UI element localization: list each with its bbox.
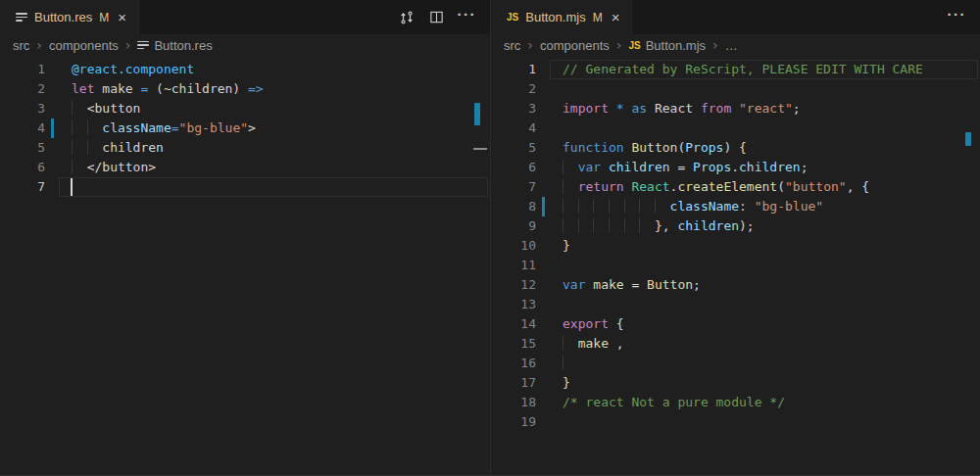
line-number: 7 bbox=[491, 177, 536, 197]
code-line: 18/* react Not a pure module */ bbox=[491, 393, 980, 412]
code-text: children bbox=[72, 138, 164, 158]
indent-guide bbox=[72, 140, 87, 155]
code-line: 10} bbox=[491, 236, 980, 256]
close-icon[interactable]: × bbox=[118, 10, 126, 24]
code-line: 14export { bbox=[491, 314, 980, 334]
token-control: import bbox=[563, 101, 616, 116]
line-number: 6 bbox=[491, 158, 536, 177]
line-number: 3 bbox=[491, 99, 536, 119]
modified-badge: M bbox=[593, 11, 603, 24]
token-plain: children bbox=[102, 140, 164, 155]
token-plain: , { bbox=[847, 179, 869, 194]
more-actions-icon[interactable]: ··· bbox=[458, 7, 477, 27]
line-number: 17 bbox=[491, 373, 536, 393]
chevron-right-icon: › bbox=[712, 37, 718, 53]
code-editor-res[interactable]: 1@react.component2let make = (~children)… bbox=[0, 56, 490, 476]
chevron-right-icon: › bbox=[36, 37, 42, 53]
token-func: Button bbox=[631, 140, 677, 155]
code-line: 2 bbox=[491, 79, 980, 99]
token-func: make bbox=[578, 336, 609, 351]
code-line: 16 bbox=[491, 354, 980, 373]
overview-cursor-decoration bbox=[473, 148, 487, 150]
breadcrumb-item[interactable]: src bbox=[13, 38, 29, 53]
line-number: 2 bbox=[0, 79, 45, 99]
code-text: var children = Props.children; bbox=[563, 158, 808, 177]
token-plain: ; bbox=[801, 160, 808, 174]
line-number: 1 bbox=[491, 60, 536, 79]
token-plain: , bbox=[609, 336, 624, 351]
line-number: 8 bbox=[491, 197, 536, 216]
breadcrumb-label: src bbox=[504, 38, 520, 53]
line-number: 19 bbox=[491, 412, 536, 432]
code-text: </button> bbox=[72, 158, 156, 177]
breadcrumb-item[interactable]: JSButton.mjs bbox=[628, 38, 706, 53]
code-editor-mjs[interactable]: 1// Generated by ReScript, PLEASE EDIT W… bbox=[491, 56, 980, 476]
indent-guide bbox=[72, 120, 87, 135]
token-plain: ; bbox=[793, 101, 801, 116]
breadcrumb-label: components bbox=[540, 38, 610, 53]
token-plain: = bbox=[624, 277, 647, 292]
line-number: 6 bbox=[0, 158, 45, 177]
token-plain: </button> bbox=[87, 160, 156, 174]
code-line: 4 className="bg-blue"> bbox=[0, 119, 490, 138]
editor-actions: ··· bbox=[948, 0, 967, 34]
code-line: 13 bbox=[491, 295, 980, 314]
line-number: 5 bbox=[491, 138, 536, 158]
indent-guide bbox=[563, 179, 578, 194]
line-number: 11 bbox=[491, 256, 536, 275]
breadcrumb-item[interactable]: src bbox=[504, 38, 520, 53]
line-number: 2 bbox=[491, 79, 536, 99]
tab-label: Button.mjs bbox=[525, 10, 585, 24]
code-line: 3import * as React from "react"; bbox=[491, 99, 980, 119]
chevron-right-icon: › bbox=[125, 37, 131, 53]
breadcrumb-item[interactable]: Button.res bbox=[137, 38, 212, 53]
close-icon[interactable]: × bbox=[612, 10, 620, 24]
chevron-right-icon: › bbox=[527, 37, 533, 53]
code-text: make , bbox=[563, 334, 624, 354]
token-string: "button" bbox=[785, 179, 847, 194]
open-changes-icon[interactable] bbox=[399, 9, 416, 25]
indent-guide bbox=[655, 199, 670, 214]
token-plain: ); bbox=[739, 218, 755, 233]
token-plain: React bbox=[655, 101, 701, 116]
code-line: 4 bbox=[491, 119, 980, 138]
token-string: "bg-blue" bbox=[179, 120, 248, 135]
file-list-icon bbox=[16, 13, 27, 22]
token-plain: } bbox=[563, 238, 570, 253]
code-line: 15 make , bbox=[491, 334, 980, 354]
code-text: // Generated by ReScript, PLEASE EDIT WI… bbox=[563, 60, 923, 79]
token-var: Props bbox=[685, 140, 723, 155]
token-keyword: * as bbox=[616, 101, 655, 116]
breadcrumb-item[interactable]: … bbox=[725, 38, 738, 53]
indent-guide bbox=[609, 218, 624, 233]
chevron-right-icon: › bbox=[616, 37, 622, 53]
code-text bbox=[563, 354, 578, 373]
tab-button-mjs[interactable]: JS Button.mjs M × bbox=[491, 0, 632, 34]
token-plain: ; bbox=[693, 277, 701, 292]
breadcrumb-item[interactable]: components bbox=[49, 38, 119, 53]
editor-group-right: JS Button.mjs M × ··· src›components›JSB… bbox=[490, 0, 980, 476]
token-plain: { bbox=[616, 316, 624, 331]
token-plain: (~children) bbox=[148, 81, 248, 96]
token-var: className bbox=[670, 199, 739, 214]
line-number: 9 bbox=[491, 216, 536, 236]
more-actions-icon[interactable]: ··· bbox=[948, 7, 967, 27]
breadcrumb-item[interactable]: components bbox=[540, 38, 610, 53]
indent-guide bbox=[639, 199, 655, 214]
token-keyword: => bbox=[248, 81, 264, 96]
code-line: 12var make = Button; bbox=[491, 275, 980, 295]
token-plain: ( bbox=[777, 179, 785, 194]
editor-actions: ··· bbox=[399, 0, 477, 34]
indent-guide bbox=[593, 199, 609, 214]
modified-gutter-marker bbox=[51, 119, 54, 138]
indent-guide bbox=[87, 120, 103, 135]
split-editor-icon[interactable] bbox=[428, 9, 445, 25]
code-line: 1@react.component bbox=[0, 60, 490, 79]
code-line: 3 <button bbox=[0, 99, 490, 119]
token-keyword: = bbox=[172, 120, 179, 135]
token-plain: <button bbox=[87, 101, 141, 116]
code-line: 2let make = (~children) => bbox=[0, 79, 490, 99]
line-number: 10 bbox=[491, 236, 536, 256]
tab-button-res[interactable]: Button.res M × bbox=[0, 0, 139, 34]
token-class: React bbox=[631, 179, 669, 194]
